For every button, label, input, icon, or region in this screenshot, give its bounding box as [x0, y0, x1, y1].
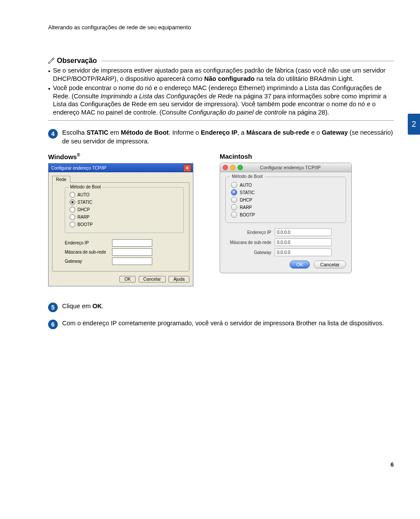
- note-b1-b: Não configurado: [204, 75, 255, 82]
- radio-rarp-label: RARP: [77, 215, 90, 219]
- radio-icon: [70, 192, 75, 198]
- macintosh-column: Macintosh Configurar endereço TCP/IP Mét…: [220, 153, 352, 286]
- step-4-badge: 4: [48, 129, 58, 139]
- radio-icon: [231, 182, 237, 188]
- s4-j: Gateway: [322, 129, 348, 136]
- step-6-badge: 6: [48, 320, 58, 329]
- note-box: Observação • Se o servidor de impressora…: [48, 57, 394, 121]
- s5-a: Clique em: [62, 303, 92, 310]
- radio-static[interactable]: STATIC: [70, 199, 179, 205]
- radio-icon: [70, 222, 75, 227]
- s5-c: .: [102, 303, 104, 310]
- boot-method-label: Método de Boot: [69, 185, 102, 189]
- note-bullet-1: Se o servidor de impressora estiver ajus…: [53, 66, 394, 83]
- radio-icon: [231, 204, 237, 210]
- ip-label: Endereço IP: [225, 230, 271, 235]
- s4-h: Máscara de sub-rede: [246, 129, 309, 136]
- s4-i: e o: [309, 129, 322, 136]
- radio-bootp-label: BOOTP: [77, 222, 93, 227]
- minimize-icon[interactable]: [230, 165, 235, 170]
- radio-icon: [231, 189, 237, 195]
- ok-button[interactable]: OK: [290, 261, 310, 268]
- bullet-mark: •: [48, 67, 50, 83]
- gateway-input[interactable]: 0.0.0.0: [275, 248, 332, 256]
- radio-icon: [231, 197, 237, 203]
- gateway-label: Gateway: [65, 259, 108, 264]
- zoom-icon[interactable]: [238, 165, 243, 170]
- radio-static[interactable]: STATIC: [231, 189, 340, 195]
- mask-input[interactable]: 0.0.0.0: [275, 238, 332, 246]
- note-bullet-2: Você pode encontrar o nome do nó e o end…: [53, 84, 394, 117]
- gateway-input[interactable]: [112, 258, 152, 265]
- windows-column: Windows® Configurar endereço TCP/IP X Re…: [48, 153, 193, 286]
- radio-bootp[interactable]: BOOTP: [70, 222, 179, 227]
- radio-rarp[interactable]: RARP: [231, 204, 340, 210]
- s4-d: Método de Boot: [121, 129, 169, 136]
- step-4-text: Escolha STATIC em Método de Boot. Inform…: [62, 129, 394, 146]
- note-b2-e: na página 28).: [287, 109, 329, 116]
- s5-b: OK: [92, 303, 102, 310]
- pencil-icon: [48, 58, 55, 64]
- radio-icon: [231, 212, 237, 218]
- gateway-label: Gateway: [225, 250, 271, 255]
- windows-heading: Windows®: [48, 153, 193, 160]
- radio-dhcp-label: DHCP: [77, 207, 90, 212]
- s4-c: em: [108, 129, 121, 136]
- step-5-text: Clique em OK.: [62, 302, 394, 311]
- ip-input[interactable]: 0.0.0.0: [275, 228, 332, 236]
- note-rule-bottom: [48, 120, 394, 121]
- s4-g: , a: [238, 129, 246, 136]
- radio-icon: [70, 214, 75, 220]
- ok-button[interactable]: OK: [119, 276, 135, 282]
- step-6-text: Com o endereço IP corretamente programad…: [62, 319, 394, 328]
- page-number: 6: [391, 461, 394, 468]
- note-rule-top: [102, 61, 394, 61]
- note-b1-c: na tela do utilitário BRAdmin Light.: [255, 75, 354, 82]
- help-button[interactable]: Ajuda: [168, 276, 189, 282]
- radio-icon: [70, 207, 75, 212]
- page-header: Alterando as configurações de rede de se…: [48, 24, 394, 31]
- radio-bootp[interactable]: BOOTP: [231, 212, 340, 218]
- mask-label: Máscara de sub-rede: [65, 250, 108, 254]
- radio-rarp-label: RARP: [240, 205, 252, 210]
- tab-rede[interactable]: Rede: [52, 176, 70, 183]
- mac-dialog: Configurar endereço TCP/IP Método de Boo…: [220, 163, 352, 273]
- s4-f: Endereço IP: [201, 129, 238, 136]
- radio-rarp[interactable]: RARP: [70, 214, 179, 220]
- note-b2-d: Configuração do painel de controle: [189, 109, 287, 116]
- mac-dialog-title: Configurar endereço TCP/IP: [245, 165, 349, 170]
- windows-heading-text: Windows: [48, 153, 77, 160]
- windows-dialog-title: Configurar endereço TCP/IP: [51, 166, 106, 171]
- radio-dhcp-label: DHCP: [240, 198, 252, 202]
- mask-input[interactable]: [112, 248, 152, 256]
- windows-titlebar: Configurar endereço TCP/IP X: [49, 164, 193, 172]
- macintosh-heading: Macintosh: [220, 153, 352, 160]
- boot-method-label: Método de Boot: [230, 174, 265, 179]
- step-5-badge: 5: [48, 303, 58, 312]
- chapter-tab: 2: [408, 114, 420, 135]
- close-icon[interactable]: X: [183, 164, 191, 172]
- cancel-button[interactable]: Cancelar: [314, 261, 346, 268]
- radio-static-label: STATIC: [240, 190, 255, 195]
- ip-label: Endereço IP: [65, 240, 108, 245]
- s4-e: . Informe o: [169, 129, 201, 136]
- mac-titlebar: Configurar endereço TCP/IP: [220, 163, 351, 172]
- radio-icon: [70, 199, 75, 205]
- registered-mark: ®: [77, 153, 80, 157]
- s4-b: STATIC: [87, 129, 108, 136]
- radio-auto[interactable]: AUTO: [70, 192, 179, 198]
- close-icon[interactable]: [223, 165, 228, 170]
- radio-static-label: STATIC: [77, 200, 92, 205]
- boot-method-group: Método de Boot AUTO STATIC DHCP RARP BOO…: [65, 187, 184, 233]
- ip-input[interactable]: [112, 239, 152, 247]
- radio-auto-label: AUTO: [240, 183, 252, 188]
- radio-auto[interactable]: AUTO: [231, 182, 340, 188]
- radio-dhcp[interactable]: DHCP: [70, 207, 179, 212]
- mask-label: Máscara de sub-rede: [225, 240, 271, 245]
- s4-a: Escolha: [62, 129, 87, 136]
- bullet-mark: •: [48, 85, 50, 117]
- radio-dhcp[interactable]: DHCP: [231, 197, 340, 203]
- boot-method-group: Método de Boot AUTO STATIC DHCP RARP BOO…: [225, 177, 346, 223]
- cancel-button[interactable]: Cancelar: [139, 276, 166, 282]
- radio-auto-label: AUTO: [77, 192, 90, 197]
